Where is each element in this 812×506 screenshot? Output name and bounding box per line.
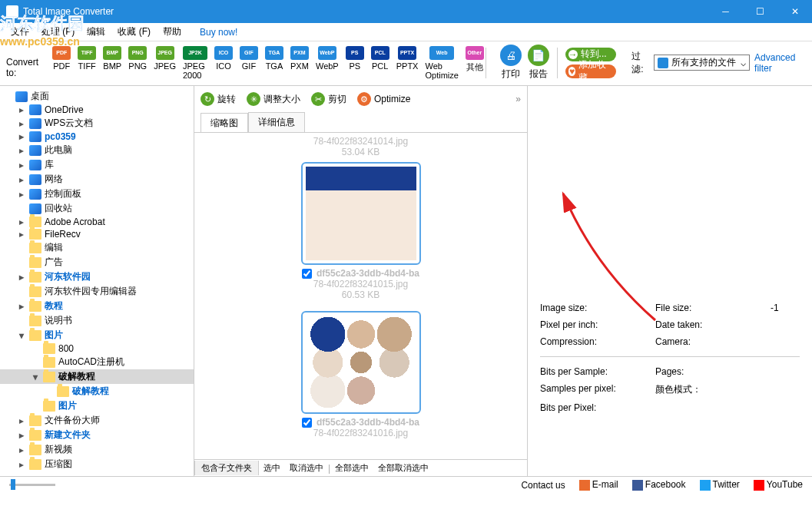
thumbnail-checkbox[interactable]	[302, 269, 312, 279]
twitter-link[interactable]: Twitter	[700, 479, 740, 491]
deselect-link[interactable]: 取消选中	[285, 462, 328, 474]
folder-icon	[29, 445, 41, 455]
action-旋转[interactable]: ↻旋转	[201, 92, 236, 106]
deselect-all-link[interactable]: 全部取消选中	[373, 462, 433, 474]
menu-file[interactable]: 文件	[6, 24, 34, 40]
tree-item[interactable]: ▸控制面板	[0, 187, 194, 201]
expand-icon[interactable]: ▸	[17, 301, 26, 312]
youtube-link[interactable]: YouTube	[754, 479, 803, 491]
action-剪切[interactable]: ✂剪切	[311, 92, 346, 106]
tree-item[interactable]: ▸新建文件夹	[0, 428, 194, 442]
format-tga[interactable]: TGATGA	[265, 46, 283, 80]
format-其他[interactable]: Other其他	[466, 46, 484, 80]
tree-item[interactable]: ▸网络	[0, 172, 194, 187]
format-webp[interactable]: WebPWebP	[316, 46, 339, 80]
format-ico[interactable]: ICOICO	[214, 46, 233, 80]
tree-item[interactable]: 河东软件园专用编辑器	[0, 284, 194, 299]
expand-icon[interactable]: ▸	[17, 430, 26, 441]
contact-us-link[interactable]: Contact us	[521, 480, 565, 491]
expand-icon[interactable]: ▸	[17, 104, 26, 115]
expand-icon[interactable]: ▸	[17, 160, 26, 170]
format-ps[interactable]: PSPS	[346, 46, 364, 80]
zoom-slider[interactable]	[9, 484, 55, 486]
expand-icon[interactable]: ▸	[17, 445, 26, 455]
tree-item[interactable]: ▸教程	[0, 299, 194, 313]
thumbnail-frame[interactable]	[301, 162, 421, 265]
include-subfolders-tab[interactable]: 包含子文件夹	[194, 461, 259, 475]
tree-item[interactable]: ▾破解教程	[0, 369, 194, 384]
file-filter-select[interactable]: 所有支持的文件 ⌵	[654, 55, 750, 71]
tree-item[interactable]: ▸Adobe Acrobat	[0, 216, 194, 228]
tree-item[interactable]: ▾图片	[0, 328, 194, 342]
expand-icon[interactable]: ▸	[17, 272, 26, 283]
tab-thumbnail[interactable]: 缩略图	[201, 113, 248, 133]
more-actions[interactable]: »	[515, 94, 521, 104]
expand-icon[interactable]: ▸	[17, 174, 26, 185]
format-png[interactable]: PNGPNG	[128, 46, 147, 80]
format-jpeg[interactable]: JPEGJPEG	[154, 46, 176, 80]
menu-process[interactable]: 处理 (P)	[37, 24, 79, 40]
expand-icon[interactable]: ▾	[17, 330, 26, 341]
file-name: df55c2a3-3ddb-4bd4-ba	[317, 268, 419, 279]
format-jpeg-2000[interactable]: JP2KJPEG 2000	[183, 46, 207, 80]
expand-icon[interactable]: ▸	[17, 415, 26, 426]
thumbnail-frame[interactable]	[301, 311, 421, 414]
expand-icon[interactable]: ▸	[17, 118, 26, 129]
format-web-optimize[interactable]: WebWeb Optimize	[425, 46, 458, 80]
facebook-link[interactable]: Facebook	[632, 479, 686, 491]
menu-favorites[interactable]: 收藏 (F)	[113, 24, 155, 40]
expand-icon[interactable]: ▸	[17, 229, 26, 240]
tree-item[interactable]: ▸FileRecv	[0, 228, 194, 240]
tree-item[interactable]: 破解教程	[0, 384, 194, 399]
folder-tree[interactable]: 桌面▸OneDrive▸WPS云文档▸pc0359▸此电脑▸库▸网络▸控制面板回…	[0, 86, 194, 476]
tree-item[interactable]: 800	[0, 342, 194, 355]
action-调整大小[interactable]: ✳调整大小	[247, 92, 300, 106]
format-pxm[interactable]: PXMPXM	[290, 46, 309, 80]
expand-icon[interactable]: ▾	[31, 372, 40, 382]
tree-item[interactable]: ▸pc0359	[0, 131, 194, 143]
format-bmp[interactable]: BMPBMP	[103, 46, 121, 80]
minimize-button[interactable]: ─	[708, 0, 743, 23]
select-all-link[interactable]: 全部选中	[330, 462, 373, 474]
tree-item[interactable]: 编辑	[0, 240, 194, 255]
close-button[interactable]: ✕	[777, 0, 812, 23]
tree-item[interactable]: ▸OneDrive	[0, 104, 194, 116]
expand-icon[interactable]: ▸	[17, 145, 26, 156]
format-pptx[interactable]: PPTXPPTX	[396, 46, 419, 80]
tree-item[interactable]: 桌面	[0, 89, 194, 104]
tree-item[interactable]: ▸WPS云文档	[0, 116, 194, 131]
format-pcl[interactable]: PCLPCL	[371, 46, 389, 80]
buy-now-link[interactable]: Buy now!	[195, 25, 242, 39]
menu-edit[interactable]: 编辑	[82, 24, 110, 40]
advanced-filter-link[interactable]: Advanced filter	[754, 52, 806, 74]
thumbnail-area[interactable]: 78-4f022f83241014.jpg 53.04 KB df55c2a3-…	[194, 132, 527, 459]
expand-icon[interactable]: ▸	[17, 131, 26, 142]
tree-item[interactable]: AutoCAD注册机	[0, 355, 194, 369]
format-tiff[interactable]: TIFFTIFF	[78, 46, 96, 80]
tree-item[interactable]: ▸库	[0, 157, 194, 172]
email-link[interactable]: E-mail	[579, 479, 618, 491]
format-pdf[interactable]: PDFPDF	[52, 46, 71, 80]
tree-item[interactable]: ▸此电脑	[0, 143, 194, 157]
tree-item[interactable]: ▸新视频	[0, 442, 194, 457]
tree-item[interactable]: ▸河东软件园	[0, 270, 194, 284]
format-gif[interactable]: GIFGIF	[240, 46, 258, 80]
expand-icon[interactable]: ▸	[17, 217, 26, 227]
maximize-button[interactable]: ☐	[743, 0, 777, 23]
tree-item[interactable]: 图片	[0, 399, 194, 413]
add-favorite-button[interactable]: ♥ 添加收藏	[565, 64, 617, 78]
tree-item[interactable]: 说明书	[0, 313, 194, 328]
menu-help[interactable]: 帮助	[158, 24, 186, 40]
thumbnail-checkbox[interactable]	[302, 418, 312, 428]
tab-details[interactable]: 详细信息	[248, 112, 305, 132]
action-optimize[interactable]: ⚙Optimize	[357, 92, 410, 106]
tree-item[interactable]: ▸压缩图	[0, 457, 194, 471]
expand-icon[interactable]: ▸	[17, 189, 26, 200]
expand-icon[interactable]: ▸	[17, 459, 26, 470]
select-link[interactable]: 选中	[259, 462, 285, 474]
tree-item[interactable]: 回收站	[0, 201, 194, 216]
print-button[interactable]: 🖨 打印	[500, 45, 522, 81]
tree-item[interactable]: 广告	[0, 255, 194, 270]
tree-item[interactable]: ▸文件备份大师	[0, 413, 194, 428]
report-button[interactable]: 📄 报告	[528, 45, 549, 81]
